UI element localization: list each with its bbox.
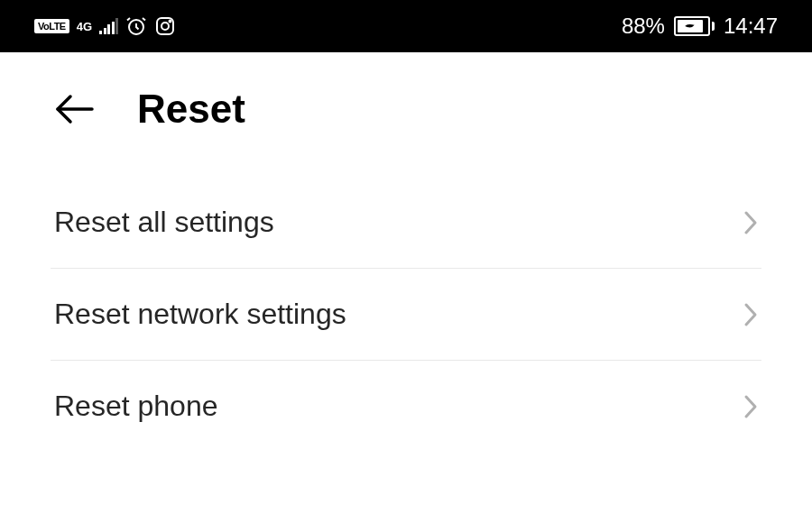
list-item-label: Reset network settings [54, 298, 346, 331]
status-bar: VoLTE 4G 88% [0, 0, 812, 52]
page-header: Reset [0, 52, 812, 159]
settings-list: Reset all settings Reset network setting… [0, 159, 812, 452]
list-item-reset-phone[interactable]: Reset phone [51, 361, 761, 452]
alarm-icon [125, 15, 147, 37]
status-left: VoLTE 4G [34, 15, 176, 37]
svg-point-3 [170, 21, 171, 23]
list-item-label: Reset phone [54, 390, 217, 423]
list-item-label: Reset all settings [54, 206, 274, 239]
volte-badge: VoLTE [34, 19, 69, 33]
chevron-right-icon [743, 210, 758, 235]
signal-4g: 4G [77, 21, 92, 32]
status-right: 88% 14:47 [622, 14, 778, 39]
svg-point-2 [161, 23, 169, 30]
page-title: Reset [137, 87, 245, 132]
clock-time: 14:47 [724, 14, 778, 39]
battery-percent: 88% [622, 14, 665, 39]
leaf-icon [684, 22, 697, 31]
chevron-right-icon [743, 302, 758, 327]
signal-bars-icon [99, 18, 118, 34]
list-item-reset-network[interactable]: Reset network settings [51, 269, 761, 361]
battery-icon [674, 16, 715, 36]
chevron-right-icon [743, 394, 758, 419]
instagram-icon [154, 15, 176, 37]
back-arrow-icon[interactable] [54, 93, 94, 125]
list-item-reset-all[interactable]: Reset all settings [51, 177, 761, 269]
network-label: 4G [77, 21, 92, 32]
